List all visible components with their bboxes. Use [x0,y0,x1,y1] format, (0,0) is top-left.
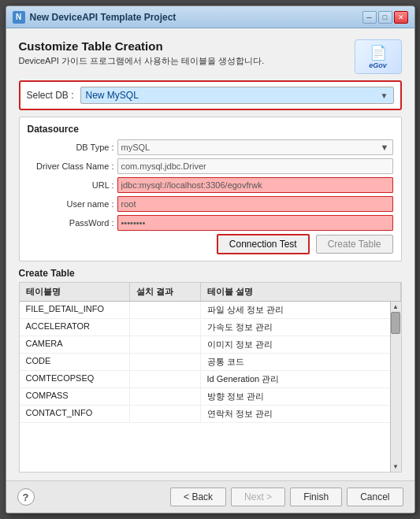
datasource-section: Datasource DB Type : mySQL ▼ Driver Clas… [19,117,402,261]
table-row[interactable]: FILE_DETAIL_INFO 파일 상세 정보 관리 [20,302,401,319]
scrollbar[interactable]: ▲ ▼ [390,302,401,472]
main-window: N New DeviceAPI Template Project ─ □ ✕ C… [6,6,415,513]
header-left: Customize Table Creation DeviceAPI 가이드 프… [19,39,265,67]
window-title: New DeviceAPI Template Project [30,12,177,23]
dbtype-label: DB Type : [28,143,114,152]
password-row: PassWord : [28,215,393,231]
cell-name: CONTACT_INFO [20,406,130,422]
driverclass-input[interactable] [117,158,393,174]
url-input[interactable] [117,177,393,193]
username-label: User name : [28,199,114,209]
maximize-button[interactable]: □ [378,11,392,24]
col-header-result: 설치 결과 [130,283,201,301]
cell-name: CODE [20,354,130,370]
create-table-button[interactable]: Create Table [316,235,393,254]
cell-result [130,354,201,370]
dbtype-arrow-icon: ▼ [381,143,389,152]
scrollbar-up-icon: ▲ [392,303,399,310]
url-label: URL : [28,180,114,190]
cell-name: COMTECOPSEQ [20,371,130,387]
col-header-name: 테이블명 [20,283,130,301]
table-row[interactable]: CONTACT_INFO 연락처 정보 관리 [20,406,401,423]
finish-button[interactable]: Finish [290,487,342,506]
content-area: Customize Table Creation DeviceAPI 가이드 프… [6,28,414,480]
next-button[interactable]: Next > [231,487,285,506]
datasource-title: Datasource [28,124,393,135]
window-icon: N [13,11,25,24]
col-header-desc: 테이블 설명 [201,283,401,301]
cell-name: COMPASS [20,388,130,405]
table-body: FILE_DETAIL_INFO 파일 상세 정보 관리 ACCELERATOR… [20,302,401,472]
cell-result [130,371,201,387]
dbtype-row: DB Type : mySQL ▼ [28,139,393,155]
table-container: 테이블명 설치 결과 테이블 설명 FILE_DETAIL_INFO 파일 상세… [19,282,402,473]
cell-desc: 이미지 정보 관리 [201,336,401,353]
back-button[interactable]: < Back [170,487,226,506]
table-row[interactable]: ACCELERATOR 가속도 정보 관리 [20,319,401,336]
cell-result [130,388,201,405]
url-row: URL : [28,177,393,193]
logo-icon: 📄 [370,44,387,61]
minimize-button[interactable]: ─ [362,11,377,24]
table-header: 테이블명 설치 결과 테이블 설명 [20,283,401,302]
logo-text: eGov [369,61,387,69]
page-title: Customize Table Creation [19,39,265,53]
cancel-button[interactable]: Cancel [347,487,403,506]
table-row[interactable]: COMTECOPSEQ Id Generation 관리 [20,371,401,388]
cell-name: CAMERA [20,336,130,353]
cell-result [130,319,201,335]
title-bar: N New DeviceAPI Template Project ─ □ ✕ [6,6,414,28]
help-button[interactable]: ? [17,488,35,506]
dbtype-value: mySQL [121,143,151,152]
username-row: User name : [28,196,393,212]
scrollbar-thumb[interactable] [391,312,400,334]
cell-desc: Id Generation 관리 [201,371,401,387]
driverclass-label: Driver Class Name : [28,161,114,171]
table-section-title: Create Table [19,268,402,279]
title-bar-left: N New DeviceAPI Template Project [13,11,177,24]
password-label: PassWord : [28,218,114,228]
cell-name: FILE_DETAIL_INFO [20,302,130,318]
create-table-section: Create Table 테이블명 설치 결과 테이블 설명 FILE_DETA… [19,268,402,473]
scrollbar-down-icon: ▼ [392,463,399,470]
cell-desc: 공통 코드 [201,354,401,370]
select-db-label: Select DB : [27,90,74,101]
username-input[interactable] [117,196,393,212]
egov-logo: 📄 eGov [355,39,402,74]
driverclass-row: Driver Class Name : [28,158,393,174]
cell-desc: 가속도 정보 관리 [201,319,401,335]
password-input[interactable] [117,215,393,231]
select-db-dropdown[interactable]: New MySQL ▼ [80,87,394,104]
cell-result [130,302,201,318]
cell-desc: 연락처 정보 관리 [201,406,401,422]
nav-buttons: < Back Next > Finish Cancel [170,487,403,506]
header-section: Customize Table Creation DeviceAPI 가이드 프… [19,39,402,74]
window-controls: ─ □ ✕ [362,11,408,24]
select-db-value: New MySQL [86,90,139,101]
cell-name: ACCELERATOR [20,319,130,335]
connection-test-button[interactable]: Connection Test [217,234,310,254]
bottom-bar: ? < Back Next > Finish Cancel [6,480,414,513]
close-button[interactable]: ✕ [394,11,408,24]
cell-result [130,406,201,422]
action-buttons-row: Connection Test Create Table [28,234,393,254]
select-db-section: Select DB : New MySQL ▼ [19,80,402,110]
cell-result [130,336,201,353]
page-description: DeviceAPI 가이드 프로그램에서 사용하는 테이블을 생성합니다. [19,55,265,67]
dbtype-combo[interactable]: mySQL ▼ [117,139,393,155]
table-row[interactable]: CODE 공통 코드 [20,354,401,371]
table-row[interactable]: COMPASS 방향 정보 관리 [20,388,401,406]
dropdown-arrow-icon: ▼ [381,91,388,100]
table-row[interactable]: CAMERA 이미지 정보 관리 [20,336,401,354]
cell-desc: 방향 정보 관리 [201,388,401,405]
cell-desc: 파일 상세 정보 관리 [201,302,401,318]
